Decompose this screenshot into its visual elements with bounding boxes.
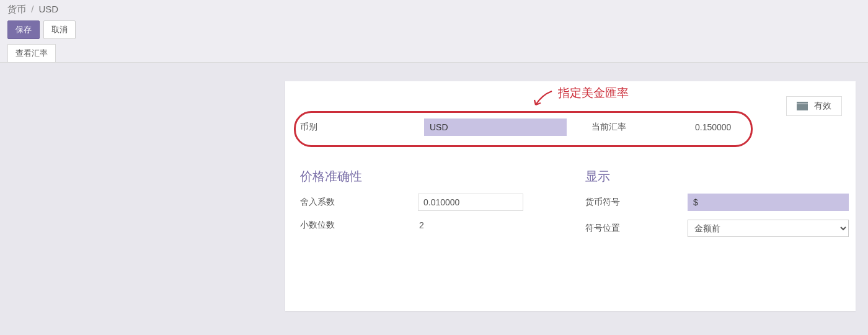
rate-field: 当前汇率 0.150000 <box>591 122 731 133</box>
breadcrumb-current: USD <box>39 4 59 14</box>
rate-label: 当前汇率 <box>591 122 694 133</box>
save-button[interactable]: 保存 <box>7 20 40 39</box>
decimal-value: 2 <box>418 220 424 230</box>
position-row: 符号位置 金额前 <box>585 220 849 237</box>
breadcrumb-separator: / <box>31 4 33 14</box>
display-section: 显示 货币符号 符号位置 金额前 <box>585 168 849 246</box>
tab-row: 查看汇率 <box>7 44 861 62</box>
archive-icon <box>797 102 808 110</box>
decimal-label: 小数位数 <box>300 220 418 231</box>
breadcrumb: 货币 / USD <box>7 4 861 16</box>
status-label: 有效 <box>814 100 831 112</box>
position-label: 符号位置 <box>585 223 688 234</box>
header-area: 货币 / USD 保存 取消 查看汇率 <box>0 0 868 62</box>
tab-view-rates[interactable]: 查看汇率 <box>7 44 56 62</box>
symbol-row: 货币符号 <box>585 194 849 211</box>
accuracy-section: 价格准确性 舍入系数 小数位数 2 <box>300 168 585 246</box>
currency-row: 币别 当前汇率 0.150000 <box>300 118 841 136</box>
discard-button[interactable]: 取消 <box>43 20 76 39</box>
accuracy-title: 价格准确性 <box>300 168 585 185</box>
panel-container: 指定美金匯率 有效 币别 当前汇率 0.150000 价格准确性 舍入系数 <box>0 62 868 335</box>
decimal-row: 小数位数 2 <box>300 220 585 231</box>
arrow-icon <box>533 90 554 109</box>
sections: 价格准确性 舍入系数 小数位数 2 显示 货币符号 符号位置 <box>300 168 841 246</box>
status-button[interactable]: 有效 <box>786 96 842 116</box>
currency-field: 币别 <box>300 118 567 136</box>
annotation-label: 指定美金匯率 <box>533 85 629 101</box>
display-title: 显示 <box>585 168 849 185</box>
form-panel: 指定美金匯率 有效 币别 当前汇率 0.150000 价格准确性 舍入系数 <box>285 81 856 311</box>
rounding-label: 舍入系数 <box>300 197 418 208</box>
rounding-input[interactable] <box>418 194 523 211</box>
action-row: 保存 取消 <box>7 20 861 39</box>
symbol-label: 货币符号 <box>585 197 688 208</box>
position-select[interactable]: 金额前 <box>688 220 849 237</box>
currency-label: 币别 <box>300 122 424 133</box>
currency-input[interactable] <box>424 118 567 136</box>
symbol-input[interactable] <box>688 194 849 211</box>
rate-value: 0.150000 <box>694 122 731 132</box>
rounding-row: 舍入系数 <box>300 194 585 211</box>
breadcrumb-root[interactable]: 货币 <box>7 4 26 14</box>
annotation-text: 指定美金匯率 <box>558 85 629 101</box>
